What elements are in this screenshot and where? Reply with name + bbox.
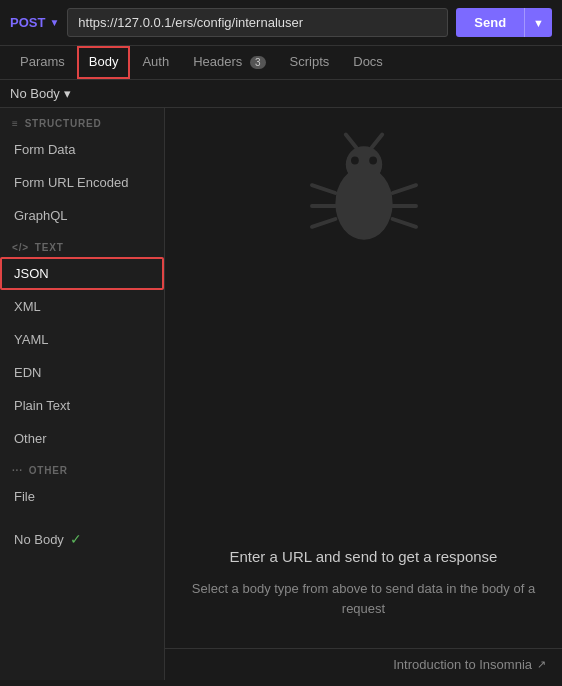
sidebar-item-graphql[interactable]: GraphQL (0, 199, 164, 232)
send-dropdown-button[interactable]: ▼ (524, 8, 552, 37)
tab-scripts[interactable]: Scripts (278, 46, 342, 79)
send-button[interactable]: Send (456, 8, 524, 37)
content-title: Enter a URL and send to get a response (185, 548, 542, 565)
bug-icon-container (299, 128, 429, 261)
sidebar-item-form-data[interactable]: Form Data (0, 133, 164, 166)
tab-docs[interactable]: Docs (341, 46, 395, 79)
content-text-area: Enter a URL and send to get a response S… (165, 528, 562, 638)
sidebar-item-plain-text[interactable]: Plain Text (0, 389, 164, 422)
headers-badge: 3 (250, 56, 266, 69)
structured-header-icon: ≡ (12, 118, 19, 129)
svg-line-6 (312, 185, 335, 193)
sidebar-item-json[interactable]: JSON (0, 257, 164, 290)
svg-line-9 (392, 185, 415, 193)
tab-auth[interactable]: Auth (130, 46, 181, 79)
main-area: ≡ STRUCTURED Form Data Form URL Encoded … (0, 108, 562, 680)
sidebar-section-other: ··· OTHER (0, 455, 164, 480)
bug-icon (299, 128, 429, 258)
no-body-check-icon: ✓ (70, 531, 82, 547)
tab-body[interactable]: Body (77, 46, 131, 79)
top-bar: POST ▼ Send ▼ (0, 0, 562, 46)
sidebar: ≡ STRUCTURED Form Data Form URL Encoded … (0, 108, 165, 680)
no-body-chevron-icon: ▾ (64, 86, 71, 101)
tab-headers[interactable]: Headers 3 (181, 46, 277, 79)
text-header-icon: </> (12, 242, 29, 253)
sidebar-item-yaml[interactable]: YAML (0, 323, 164, 356)
intro-link[interactable]: Introduction to Insomnia ↗ (393, 657, 546, 672)
sidebar-item-xml[interactable]: XML (0, 290, 164, 323)
content-area: Enter a URL and send to get a response S… (165, 108, 562, 680)
sidebar-bottom-bar: No Body ✓ (0, 523, 164, 555)
sidebar-section-text: </> TEXT (0, 232, 164, 257)
sidebar-item-form-url-encoded[interactable]: Form URL Encoded (0, 166, 164, 199)
sidebar-no-body-label: No Body (14, 532, 64, 547)
svg-point-2 (351, 157, 359, 165)
sidebar-item-other[interactable]: Other (0, 422, 164, 455)
intro-link-label: Introduction to Insomnia (393, 657, 532, 672)
tab-params[interactable]: Params (8, 46, 77, 79)
svg-line-4 (345, 135, 355, 148)
sidebar-item-file[interactable]: File (0, 480, 164, 513)
svg-line-8 (312, 219, 335, 227)
svg-point-1 (345, 146, 381, 182)
send-button-group: Send ▼ (456, 8, 552, 37)
no-body-label: No Body (10, 86, 60, 101)
svg-point-3 (369, 157, 377, 165)
no-body-dropdown[interactable]: No Body ▾ (10, 86, 71, 101)
method-selector[interactable]: POST ▼ (10, 15, 59, 30)
svg-line-11 (392, 219, 415, 227)
external-link-icon: ↗ (537, 658, 546, 671)
body-type-bar: No Body ▾ (0, 80, 562, 108)
tab-bar: Params Body Auth Headers 3 Scripts Docs (0, 46, 562, 80)
other-header-icon: ··· (12, 465, 23, 476)
sidebar-section-structured: ≡ STRUCTURED (0, 108, 164, 133)
sidebar-item-edn[interactable]: EDN (0, 356, 164, 389)
svg-line-5 (371, 135, 381, 148)
method-chevron-icon: ▼ (49, 17, 59, 28)
url-input[interactable] (67, 8, 448, 37)
footer: Introduction to Insomnia ↗ (165, 648, 562, 680)
content-subtitle: Select a body type from above to send da… (185, 579, 542, 618)
method-label: POST (10, 15, 45, 30)
